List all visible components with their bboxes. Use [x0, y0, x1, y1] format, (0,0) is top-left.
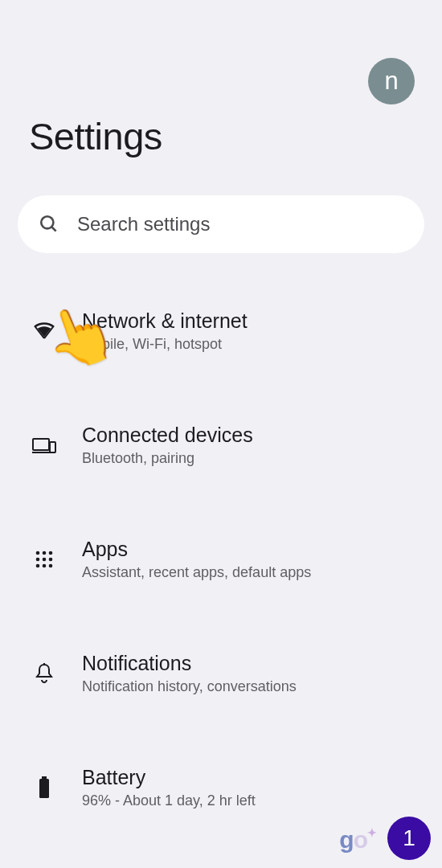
svg-line-1: [51, 227, 55, 231]
item-notifications[interactable]: Notifications Notification history, conv…: [0, 631, 442, 716]
profile-avatar[interactable]: n: [368, 58, 415, 104]
item-title: Connected devices: [82, 424, 253, 447]
svg-point-8: [36, 558, 40, 562]
item-network-internet[interactable]: Network & internet Mobile, Wi-Fi, hotspo…: [0, 289, 442, 374]
devices-icon: [32, 436, 56, 454]
svg-rect-4: [50, 442, 55, 452]
battery-icon: [32, 776, 56, 799]
svg-point-12: [43, 564, 47, 568]
wifi-icon: [32, 322, 56, 340]
go-logo: go✦: [339, 826, 376, 854]
apps-icon: [32, 550, 56, 569]
item-title: Apps: [82, 538, 311, 561]
item-subtitle: 96% - About 1 day, 2 hr left: [82, 792, 256, 809]
step-badge: 1: [387, 817, 431, 860]
search-icon: [39, 214, 59, 235]
item-apps[interactable]: Apps Assistant, recent apps, default app…: [0, 517, 442, 602]
svg-point-0: [41, 216, 53, 228]
search-settings[interactable]: Search settings: [18, 195, 424, 253]
svg-point-10: [49, 558, 53, 562]
item-title: Battery: [82, 766, 256, 789]
badge-number: 1: [403, 825, 415, 851]
svg-point-9: [43, 558, 47, 562]
item-subtitle: Mobile, Wi-Fi, hotspot: [82, 336, 248, 353]
page-title: Settings: [0, 104, 442, 158]
item-subtitle: Notification history, conversations: [82, 678, 297, 695]
item-connected-devices[interactable]: Connected devices Bluetooth, pairing: [0, 403, 442, 488]
svg-rect-16: [39, 779, 49, 798]
item-title: Notifications: [82, 652, 297, 675]
svg-point-5: [36, 551, 40, 555]
avatar-letter: n: [384, 67, 398, 96]
search-placeholder: Search settings: [77, 213, 210, 235]
svg-point-7: [49, 551, 53, 555]
svg-rect-2: [33, 439, 49, 450]
item-subtitle: Assistant, recent apps, default apps: [82, 564, 311, 581]
item-title: Network & internet: [82, 309, 248, 333]
item-battery[interactable]: Battery 96% - About 1 day, 2 hr left: [0, 745, 442, 830]
item-storage[interactable]: Storage 67% used - 21.16 GB free: [0, 859, 442, 868]
item-subtitle: Bluetooth, pairing: [82, 450, 253, 467]
svg-point-6: [43, 551, 47, 555]
svg-point-11: [36, 564, 40, 568]
svg-point-13: [49, 564, 53, 568]
settings-list: Network & internet Mobile, Wi-Fi, hotspo…: [0, 253, 442, 868]
bell-icon: [32, 662, 56, 685]
svg-rect-15: [42, 776, 47, 779]
